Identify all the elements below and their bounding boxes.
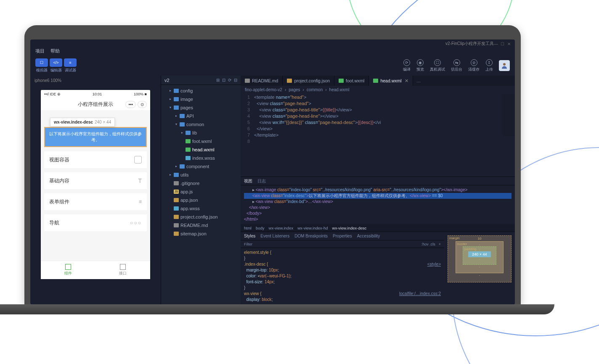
- collapse-icon[interactable]: ⊟: [234, 78, 237, 82]
- tree-file[interactable]: .gitignore: [161, 179, 241, 187]
- text-icon: T: [138, 177, 142, 184]
- tree-file[interactable]: JSapp.js: [161, 187, 241, 196]
- device-label: iphone6 100%: [34, 78, 61, 83]
- window-title: v2-FinClip小程序开发工具: [445, 41, 494, 47]
- list-icon: ≡: [139, 199, 142, 205]
- box-model: margin10 border- padding- 240 × 44 - - -: [444, 232, 515, 304]
- container-icon: [134, 156, 142, 164]
- dombp-tab[interactable]: DOM Breakpoints: [294, 234, 328, 238]
- minimap[interactable]: [502, 94, 515, 136]
- remote-debug-button[interactable]: ☐真机调试: [430, 59, 445, 72]
- project-name: v2: [164, 78, 170, 83]
- tab-foot[interactable]: foot.wxml: [334, 76, 369, 86]
- tree-folder[interactable]: ▸utils: [161, 171, 241, 179]
- toolbar: ☐模拟器 </>编辑器 ≡调试器 ⟳编译 ◉预览 ☐真机调试 ⇆切后台 ⊘清缓存…: [30, 55, 515, 76]
- compile-button[interactable]: ⟳编译: [403, 59, 411, 72]
- tree-folder[interactable]: ▸lib: [161, 129, 241, 137]
- add-rule-icon[interactable]: +: [439, 242, 441, 246]
- tab-head[interactable]: head.wxml✕: [369, 76, 413, 86]
- tab-api[interactable]: 接口: [95, 261, 150, 279]
- simulator-button[interactable]: ☐模拟器: [35, 58, 48, 73]
- styles-panel: Styles Event Listeners DOM Breakpoints P…: [241, 232, 444, 304]
- page-title: 小程序组件展示: [78, 101, 113, 108]
- tree-file[interactable]: app.wxss: [161, 204, 241, 213]
- code-editor[interactable]: 1<template name="head"> 2 <view class="p…: [241, 93, 515, 145]
- preview-button[interactable]: ◉预览: [416, 59, 424, 72]
- tree-folder[interactable]: ▾common: [161, 120, 241, 129]
- hov-toggle[interactable]: :hov .cls: [421, 242, 435, 246]
- phone-nav: 小程序组件展示 •••⊙: [41, 98, 150, 110]
- devtools: 视图 日志 ▸ <wx-image class="index-logo" src…: [241, 177, 515, 304]
- a11y-tab[interactable]: Accessibility: [357, 234, 380, 238]
- editor-tabs: README.md project.config.json foot.wxml …: [241, 76, 515, 86]
- clear-cache-button[interactable]: ⊘清缓存: [468, 59, 480, 72]
- editor-panel: README.md project.config.json foot.wxml …: [241, 76, 515, 304]
- tree-file[interactable]: head.wxml: [161, 145, 241, 154]
- new-folder-icon[interactable]: ⊡: [222, 78, 225, 82]
- close-icon[interactable]: ⊙: [138, 101, 147, 108]
- tree-file[interactable]: index.wxss: [161, 154, 241, 162]
- svg-point-0: [503, 63, 506, 66]
- menu-icon[interactable]: •••: [125, 101, 136, 108]
- menu-project[interactable]: 项目: [35, 48, 45, 55]
- close-tab-icon[interactable]: ✕: [405, 78, 408, 83]
- menu-help[interactable]: 帮助: [50, 48, 60, 55]
- background-button[interactable]: ⇆切后台: [451, 59, 462, 72]
- list-item[interactable]: 基础内容T: [44, 172, 147, 189]
- styles-tab[interactable]: Styles: [244, 234, 255, 238]
- close-icon[interactable]: ✕: [507, 42, 512, 46]
- tree-file[interactable]: app.json: [161, 196, 241, 204]
- simulator-panel: iphone6 100% ••ıl IDE ⊕ 10:01 100% ■ 小程序…: [30, 76, 161, 304]
- tree-file[interactable]: sitemap.json: [161, 229, 241, 238]
- debugger-button[interactable]: ≡调试器: [64, 58, 77, 73]
- menubar: 项目 帮助: [30, 48, 515, 55]
- titlebar: v2-FinClip小程序开发工具 — ☐ ✕: [30, 40, 515, 48]
- breadcrumb: fino-applet-demo-v2› pages› common› head…: [241, 86, 515, 93]
- tree-folder[interactable]: ▸component: [161, 162, 241, 171]
- editor-button[interactable]: </>编辑器: [50, 58, 62, 73]
- selected-element[interactable]: 以下将展示小程序官方组件能力，组件样式仅供参考。: [44, 127, 147, 147]
- devtools-tab-log[interactable]: 日志: [257, 178, 266, 184]
- tree-folder[interactable]: ▸API: [161, 112, 241, 120]
- listeners-tab[interactable]: Event Listeners: [260, 234, 289, 238]
- list-item[interactable]: 视图容器: [44, 151, 147, 168]
- tab-project-config[interactable]: project.config.json: [283, 76, 334, 86]
- css-rules[interactable]: element.style { } <style>.index-desc { m…: [241, 248, 444, 304]
- props-tab[interactable]: Properties: [333, 234, 352, 238]
- more-icon: ○○○: [130, 220, 142, 226]
- more-tabs-icon[interactable]: …: [413, 76, 424, 86]
- tree-folder[interactable]: ▾pages: [161, 103, 241, 112]
- file-explorer: v2 ⊞ ⊡ ⟳ ⊟ ▸config ▸image ▾pages ▸API ▾c…: [161, 76, 241, 304]
- list-item[interactable]: 表单组件≡: [44, 193, 147, 210]
- refresh-icon[interactable]: ⟳: [228, 78, 231, 82]
- tree-file[interactable]: README.md: [161, 221, 241, 229]
- tab-readme[interactable]: README.md: [241, 76, 283, 86]
- new-file-icon[interactable]: ⊞: [216, 78, 220, 82]
- list-item[interactable]: 导航○○○: [44, 214, 147, 231]
- laptop-base: [0, 304, 554, 314]
- tree-file[interactable]: project.config.json: [161, 213, 241, 221]
- tree-folder[interactable]: ▸config: [161, 87, 241, 95]
- maximize-icon[interactable]: ☐: [501, 42, 505, 46]
- tree-folder[interactable]: ▸image: [161, 95, 241, 103]
- upload-button[interactable]: ↥上传: [485, 59, 493, 72]
- laptop-frame: v2-FinClip小程序开发工具 — ☐ ✕ 项目 帮助 ☐模拟器 </>编辑…: [24, 25, 521, 314]
- minimize-icon[interactable]: —: [494, 42, 498, 46]
- phone-status-bar: ••ıl IDE ⊕ 10:01 100% ■: [41, 90, 150, 98]
- tree-file[interactable]: foot.wxml: [161, 137, 241, 145]
- tab-components[interactable]: 组件: [41, 261, 95, 279]
- avatar[interactable]: [499, 60, 510, 71]
- phone-preview: ••ıl IDE ⊕ 10:01 100% ■ 小程序组件展示 •••⊙ wx-…: [41, 90, 150, 279]
- dom-breadcrumb: html body wx-view.index wx-view.index-hd…: [241, 224, 515, 232]
- dom-tree[interactable]: ▸ <wx-image class="index-logo" src="../r…: [241, 185, 515, 224]
- inspect-tooltip: wx-view.index-desc240 × 44: [50, 118, 115, 127]
- devtools-tab-view[interactable]: 视图: [244, 178, 252, 184]
- phone-tabbar: 组件 接口: [41, 261, 150, 279]
- filter-input[interactable]: Filter: [244, 242, 252, 246]
